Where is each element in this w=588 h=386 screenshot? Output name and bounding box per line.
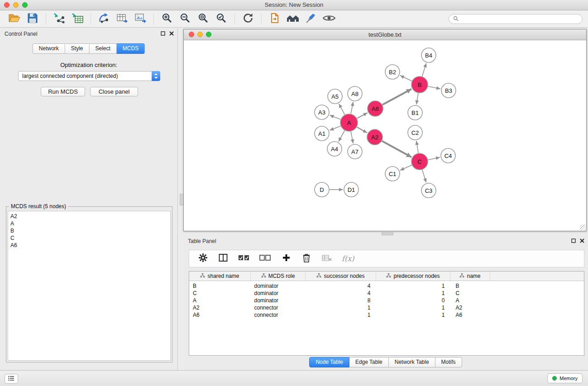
network-from-selection-button[interactable] (95, 12, 113, 26)
table-row[interactable]: A2connector11A2 (189, 304, 584, 311)
delete-table-button[interactable] (321, 252, 332, 266)
network-zoom-button[interactable] (206, 32, 211, 37)
graph-node-A4[interactable]: A4 (327, 142, 342, 156)
graph-node-C1[interactable]: C1 (385, 167, 400, 181)
refresh-view-button[interactable] (239, 12, 257, 26)
import-table-button[interactable] (68, 12, 86, 26)
graph-edge[interactable] (416, 141, 418, 153)
zoom-fit-button[interactable] (194, 12, 212, 26)
criterion-dropdown[interactable]: largest connected component (directed) (18, 71, 160, 81)
graph-node-A2[interactable]: A2 (367, 129, 382, 145)
graph-node-C3[interactable]: C3 (421, 183, 436, 198)
zoom-out-button[interactable] (176, 12, 194, 26)
graph-node-A3[interactable]: A3 (315, 105, 329, 119)
column-header-name[interactable]: name (450, 272, 490, 281)
network-canvas[interactable]: B4B2BB3A5A8A6B1A3AC2A1A2A4A7C4CC1C3DD1 (184, 40, 586, 231)
graph-node-B[interactable]: B (411, 76, 428, 93)
new-table-button[interactable] (113, 12, 131, 26)
table-row[interactable]: A6connector11A6 (189, 311, 584, 319)
graph-edge[interactable] (428, 86, 440, 89)
vertical-splitter-handle[interactable] (180, 194, 183, 205)
graph-node-B1[interactable]: B1 (408, 105, 422, 120)
import-network-button[interactable] (50, 12, 68, 26)
memory-button[interactable]: Memory (547, 373, 583, 383)
graph-node-B4[interactable]: B4 (421, 48, 436, 62)
session-document-button[interactable] (266, 12, 284, 26)
close-panel-icon[interactable] (169, 31, 174, 36)
window-resize-grip[interactable] (580, 224, 586, 230)
table-row[interactable]: Adominator80A (189, 297, 584, 304)
zoom-in-button[interactable] (158, 12, 176, 26)
zoom-selected-button[interactable] (212, 12, 230, 26)
graph-edge[interactable] (422, 63, 426, 76)
float-panel-icon[interactable] (571, 238, 576, 243)
function-builder-button[interactable]: f(x) (342, 252, 354, 266)
zoom-window-button[interactable] (22, 2, 28, 8)
graph-edge[interactable] (422, 170, 426, 182)
graph-edge[interactable] (382, 89, 411, 105)
graph-edge[interactable] (357, 127, 367, 133)
select-all-button[interactable] (238, 252, 250, 266)
graph-edge[interactable] (351, 132, 353, 143)
save-session-button[interactable] (24, 12, 42, 26)
table-row[interactable]: Bdominator41B (189, 281, 584, 290)
graph-edge[interactable] (339, 131, 344, 142)
tab-mcds[interactable]: MCDS (117, 43, 145, 54)
horizontal-splitter-handle[interactable] (382, 232, 393, 235)
network-close-button[interactable] (189, 32, 194, 37)
graph-node-B3[interactable]: B3 (441, 83, 456, 98)
column-header-predecessor-nodes[interactable]: predecessor nodes (376, 272, 450, 281)
open-file-button[interactable] (5, 12, 24, 26)
float-panel-icon[interactable] (161, 31, 165, 36)
deselect-all-button[interactable] (259, 252, 271, 266)
graph-node-A1[interactable]: A1 (315, 126, 329, 141)
table-row[interactable]: Cdominator41C (189, 290, 584, 297)
network-window-titlebar[interactable]: testGlobe.txt (184, 29, 586, 40)
task-history-button[interactable] (5, 374, 18, 384)
show-columns-button[interactable] (218, 252, 229, 266)
style-edit-button[interactable] (302, 12, 320, 26)
tab-motifs[interactable]: Motifs (435, 357, 462, 367)
graph-node-D[interactable]: D (315, 182, 329, 197)
graph-edge[interactable] (351, 102, 353, 114)
add-column-button[interactable] (281, 252, 292, 266)
graph-edge[interactable] (357, 113, 368, 118)
search-input[interactable] (461, 15, 578, 23)
close-window-button[interactable] (4, 2, 10, 8)
network-minimize-button[interactable] (197, 32, 203, 37)
graph-node-B2[interactable]: B2 (385, 65, 400, 79)
graph-node-C2[interactable]: C2 (408, 125, 422, 140)
graph-edge[interactable] (382, 141, 411, 157)
tab-network-table[interactable]: Network Table (389, 357, 435, 367)
run-mcds-button[interactable]: Run MCDS (41, 87, 85, 96)
graph-node-A6[interactable]: A6 (368, 101, 383, 116)
tab-style[interactable]: Style (65, 43, 90, 54)
graph-edge[interactable] (400, 165, 412, 171)
delete-columns-button[interactable] (301, 252, 312, 266)
graph-edge[interactable] (400, 76, 412, 81)
graph-node-C[interactable]: C (411, 153, 428, 170)
column-header-shared-name[interactable]: shared name (189, 272, 251, 281)
graph-node-D1[interactable]: D1 (344, 182, 359, 197)
graph-node-A8[interactable]: A8 (348, 86, 362, 101)
column-header-successor-nodes[interactable]: successor nodes (306, 272, 376, 281)
close-panel-icon[interactable] (580, 238, 584, 243)
graph-edge[interactable] (330, 126, 340, 130)
export-image-button[interactable] (131, 12, 149, 26)
tab-select[interactable]: Select (90, 43, 117, 54)
tab-edge-table[interactable]: Edge Table (349, 357, 389, 367)
close-panel-button[interactable]: Close panel (90, 87, 138, 96)
graph-node-A[interactable]: A (340, 114, 358, 131)
minimize-window-button[interactable] (13, 2, 19, 8)
tab-node-table[interactable]: Node Table (309, 357, 349, 367)
graph-edge[interactable] (339, 104, 345, 114)
graph-edge[interactable] (330, 115, 340, 119)
graph-edge[interactable] (428, 157, 440, 160)
graph-node-C4[interactable]: C4 (441, 148, 455, 163)
show-hide-button[interactable] (320, 12, 338, 26)
table-settings-button[interactable] (197, 252, 208, 266)
home-button[interactable] (284, 12, 302, 26)
graph-node-A7[interactable]: A7 (348, 144, 362, 159)
graph-edge[interactable] (416, 93, 418, 105)
column-header-MCDS-role[interactable]: MCDS role (251, 272, 306, 281)
